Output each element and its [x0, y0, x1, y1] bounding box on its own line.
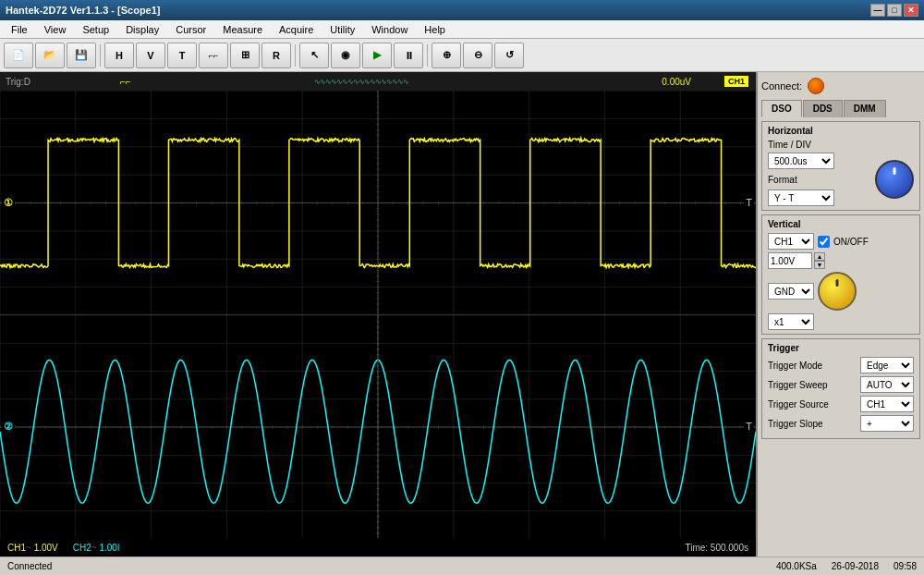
toolbar-r[interactable]: R — [261, 43, 291, 68]
toolbar-target[interactable]: ◉ — [331, 43, 360, 68]
menu-file[interactable]: File — [4, 22, 35, 37]
menu-cursor[interactable]: Cursor — [168, 22, 213, 37]
menu-view[interactable]: View — [37, 22, 74, 37]
probe-select[interactable]: x1x10x100 — [768, 313, 814, 330]
horizontal-section: Horizontal Time / DIV 500.0us 100ns500ns… — [761, 121, 920, 211]
trig-source-label: Trigger Source — [768, 399, 829, 410]
horizontal-knob[interactable] — [875, 160, 914, 199]
format-label: Format — [768, 175, 797, 185]
toolbar-t[interactable]: T — [167, 43, 197, 68]
time-div-knob-row: 500.0us 100ns500ns1us 100us1ms10ms Forma… — [768, 153, 914, 206]
ch-select[interactable]: CH1CH2 — [768, 233, 814, 250]
trig-source-row: Trigger Source CH1CH2EXT — [768, 396, 914, 412]
toolbar-trig[interactable]: ⌐⌐ — [199, 43, 228, 68]
ch2-canvas — [0, 315, 756, 539]
toolbar-sep3 — [427, 44, 428, 67]
scope-bottom-bar: CH1~ 1.00V CH2~ 1.00l Time: 500.000s — [0, 538, 756, 557]
trigger-section: Trigger Trigger Mode EdgePulseVideo Trig… — [761, 338, 920, 439]
tab-group: DSO DDS DMM — [761, 100, 920, 117]
ch1-ground-marker: ① — [2, 195, 15, 209]
status-right: 400.0KSa 26-09-2018 09:58 — [769, 561, 924, 571]
coupling-select[interactable]: GNDACDC — [768, 283, 814, 300]
trig-label: Trig:D — [6, 77, 30, 87]
trig-mode-select[interactable]: EdgePulseVideo — [860, 357, 914, 373]
date-readout: 26-09-2018 — [832, 561, 879, 571]
connect-indicator — [808, 78, 824, 94]
ch1-waveform-display: ① T — [0, 91, 756, 315]
menu-bar: File View Setup Display Cursor Measure A… — [0, 20, 924, 39]
toolbar-open[interactable]: 📂 — [35, 43, 65, 68]
connect-label: Connect: — [761, 80, 802, 92]
ch2-bottom-label: CH2~ 1.00l — [73, 543, 119, 553]
trig-mode-label: Trigger Mode — [768, 361, 822, 371]
window-controls: — □ ✕ — [870, 4, 918, 17]
toolbar-run[interactable]: ▶ — [362, 43, 392, 68]
format-select[interactable]: Y - TX - Y — [768, 190, 834, 206]
toolbar-h[interactable]: H — [104, 43, 134, 68]
menu-measure[interactable]: Measure — [215, 22, 270, 37]
tab-dds[interactable]: DDS — [803, 100, 843, 117]
menu-utility[interactable]: Utility — [322, 22, 362, 37]
toolbar-sep1 — [100, 44, 101, 67]
title-bar: Hantek-2D72 Ver1.1.3 - [Scope1] — □ ✕ — [0, 0, 924, 20]
time-readout: Time: 500.000s — [685, 543, 748, 553]
ch1-bottom-label: CH1~ 1.00V — [7, 543, 58, 553]
vertical-section: Vertical CH1CH2 ON/OFF ▲ ▼ GNDACDC — [761, 214, 920, 335]
trig-slope-select[interactable]: +- — [860, 415, 914, 432]
right-panel: Connect: DSO DDS DMM Horizontal Time / D… — [756, 72, 924, 557]
menu-window[interactable]: Window — [364, 22, 415, 37]
close-button[interactable]: ✕ — [904, 4, 918, 17]
horizontal-title: Horizontal — [768, 126, 914, 136]
volt-input[interactable] — [768, 252, 812, 269]
tab-dmm[interactable]: DMM — [844, 100, 886, 117]
toolbar-cursor[interactable]: ↖ — [299, 43, 329, 68]
menu-help[interactable]: Help — [417, 22, 453, 37]
vertical-title: Vertical — [768, 219, 914, 229]
trig-indicator: ⌐⌐ — [120, 77, 131, 87]
toolbar-reset[interactable]: ↺ — [494, 43, 524, 68]
toolbar-stop[interactable]: ⏸ — [394, 43, 423, 68]
time-readout-status: 09:58 — [894, 561, 917, 571]
trig-source-select[interactable]: CH1CH2EXT — [860, 396, 914, 412]
ch1-badge: CH1 — [724, 76, 748, 87]
volt-up-btn[interactable]: ▲ — [814, 252, 825, 261]
trig-sweep-label: Trigger Sweep — [768, 380, 828, 390]
ch1-canvas — [0, 91, 756, 315]
trig-sweep-select[interactable]: AUTONORMALSINGLE — [860, 376, 914, 393]
window-title: Hantek-2D72 Ver1.1.3 - [Scope1] — [6, 5, 870, 16]
status-bar: Connected 400.0KSa 26-09-2018 09:58 — [0, 557, 924, 575]
toolbar-zoomout[interactable]: ⊖ — [463, 43, 492, 68]
minimize-button[interactable]: — — [870, 4, 885, 17]
toolbar-zoomin[interactable]: ⊕ — [432, 43, 461, 68]
ksample-readout: 400.0KSa — [776, 561, 817, 571]
toolbar-v[interactable]: V — [136, 43, 165, 68]
trigger-bar: Trig:D ⌐⌐ ∿∿∿∿∿∿∿∿∿∿∿∿∿∿∿∿∿ 0.00uV CH1 — [0, 72, 756, 91]
scope-area: Trig:D ⌐⌐ ∿∿∿∿∿∿∿∿∿∿∿∿∿∿∿∿∿ 0.00uV CH1 ①… — [0, 72, 756, 557]
ch2-trig-marker: T — [744, 420, 754, 433]
toolbar-new[interactable]: 📄 — [4, 43, 33, 68]
toolbar-save[interactable]: 💾 — [67, 43, 96, 68]
menu-display[interactable]: Display — [118, 22, 166, 37]
menu-setup[interactable]: Setup — [75, 22, 116, 37]
vertical-knob[interactable] — [818, 272, 857, 311]
ch2-ground-marker: ② — [2, 420, 15, 434]
ch1-trig-marker: T — [744, 196, 754, 209]
onoff-label: ON/OFF — [833, 237, 869, 247]
trigger-title: Trigger — [768, 343, 914, 353]
volt-down-btn[interactable]: ▼ — [814, 261, 825, 269]
toolbar-sep2 — [295, 44, 296, 67]
scope-channels: ① T ② T — [0, 91, 756, 538]
menu-acquire[interactable]: Acquire — [272, 22, 321, 37]
toolbar-grid[interactable]: ⊞ — [230, 43, 260, 68]
time-div-select[interactable]: 500.0us 100ns500ns1us 100us1ms10ms — [768, 153, 834, 169]
connect-row: Connect: — [761, 76, 920, 96]
trig-slope-label: Trigger Slope — [768, 419, 823, 429]
trig-wave-indicator: ∿∿∿∿∿∿∿∿∿∿∿∿∿∿∿∿∿ — [314, 78, 408, 86]
time-div-label: Time / DIV — [768, 140, 811, 150]
ch-onoff-checkbox[interactable] — [818, 236, 830, 248]
maximize-button[interactable]: □ — [887, 4, 902, 17]
tab-dso[interactable]: DSO — [761, 100, 802, 117]
main-area: Trig:D ⌐⌐ ∿∿∿∿∿∿∿∿∿∿∿∿∿∿∿∿∿ 0.00uV CH1 ①… — [0, 72, 924, 557]
trig-mode-row: Trigger Mode EdgePulseVideo — [768, 357, 914, 373]
trig-sweep-row: Trigger Sweep AUTONORMALSINGLE — [768, 376, 914, 393]
